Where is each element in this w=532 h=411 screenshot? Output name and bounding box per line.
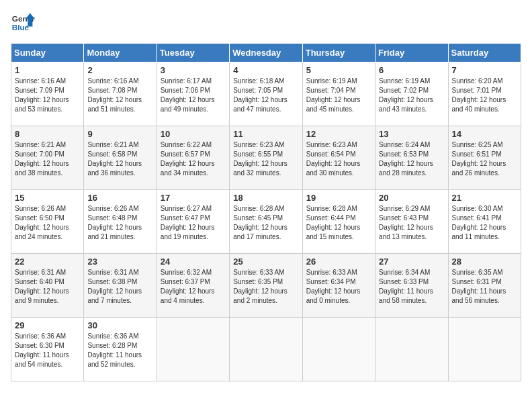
day-number: 14 [452, 129, 517, 139]
day-number: 12 [306, 129, 371, 139]
day-number: 23 [87, 257, 152, 267]
calendar-header-row: SundayMondayTuesdayWednesdayThursdayFrid… [11, 44, 521, 62]
cell-content: Sunrise: 6:26 AMSunset: 6:50 PMDaylight:… [15, 204, 80, 242]
calendar-cell: 16Sunrise: 6:26 AMSunset: 6:48 PMDayligh… [84, 190, 157, 254]
day-number: 16 [87, 193, 152, 203]
weekday-header-sunday: Sunday [11, 44, 84, 62]
day-number: 2 [87, 65, 152, 75]
calendar-table: SundayMondayTuesdayWednesdayThursdayFrid… [11, 43, 521, 381]
calendar-cell: 9Sunrise: 6:21 AMSunset: 6:58 PMDaylight… [84, 126, 157, 190]
cell-content: Sunrise: 6:32 AMSunset: 6:37 PMDaylight:… [161, 268, 226, 306]
calendar-cell: 20Sunrise: 6:29 AMSunset: 6:43 PMDayligh… [375, 190, 448, 254]
cell-content: Sunrise: 6:33 AMSunset: 6:35 PMDaylight:… [233, 268, 298, 306]
day-number: 25 [233, 257, 298, 267]
cell-content: Sunrise: 6:28 AMSunset: 6:45 PMDaylight:… [233, 204, 298, 242]
calendar-cell: 22Sunrise: 6:31 AMSunset: 6:40 PMDayligh… [11, 254, 84, 318]
cell-content: Sunrise: 6:25 AMSunset: 6:51 PMDaylight:… [452, 140, 517, 178]
logo-icon: General Blue [11, 11, 35, 35]
day-number: 9 [87, 129, 152, 139]
cell-content: Sunrise: 6:24 AMSunset: 6:53 PMDaylight:… [379, 140, 444, 178]
calendar-body: 1Sunrise: 6:16 AMSunset: 7:09 PMDaylight… [11, 62, 521, 381]
day-number: 3 [161, 65, 226, 75]
day-number: 5 [306, 65, 371, 75]
calendar-cell: 29Sunrise: 6:36 AMSunset: 6:30 PMDayligh… [11, 318, 84, 381]
calendar-cell: 28Sunrise: 6:35 AMSunset: 6:31 PMDayligh… [448, 254, 521, 318]
calendar-cell: 27Sunrise: 6:34 AMSunset: 6:33 PMDayligh… [375, 254, 448, 318]
cell-content: Sunrise: 6:20 AMSunset: 7:01 PMDaylight:… [452, 77, 517, 114]
week-row-4: 22Sunrise: 6:31 AMSunset: 6:40 PMDayligh… [11, 254, 521, 318]
day-number: 20 [379, 193, 444, 203]
logo: General Blue [11, 11, 35, 35]
cell-content: Sunrise: 6:23 AMSunset: 6:55 PMDaylight:… [233, 140, 298, 178]
calendar-cell: 19Sunrise: 6:28 AMSunset: 6:44 PMDayligh… [302, 190, 375, 254]
cell-content: Sunrise: 6:19 AMSunset: 7:04 PMDaylight:… [306, 77, 371, 114]
calendar-cell: 12Sunrise: 6:23 AMSunset: 6:54 PMDayligh… [302, 126, 375, 190]
day-number: 21 [452, 193, 517, 203]
cell-content: Sunrise: 6:30 AMSunset: 6:41 PMDaylight:… [452, 204, 517, 242]
weekday-header-wednesday: Wednesday [230, 44, 302, 62]
cell-content: Sunrise: 6:26 AMSunset: 6:48 PMDaylight:… [87, 204, 152, 242]
calendar-cell: 2Sunrise: 6:16 AMSunset: 7:08 PMDaylight… [84, 62, 157, 126]
day-number: 11 [233, 129, 298, 139]
cell-content: Sunrise: 6:16 AMSunset: 7:08 PMDaylight:… [87, 77, 152, 114]
calendar-cell: 14Sunrise: 6:25 AMSunset: 6:51 PMDayligh… [448, 126, 521, 190]
cell-content: Sunrise: 6:22 AMSunset: 6:57 PMDaylight:… [161, 140, 226, 178]
calendar-cell: 17Sunrise: 6:27 AMSunset: 6:47 PMDayligh… [157, 190, 229, 254]
day-number: 24 [161, 257, 226, 267]
calendar-cell: 25Sunrise: 6:33 AMSunset: 6:35 PMDayligh… [230, 254, 302, 318]
calendar-cell: 8Sunrise: 6:21 AMSunset: 7:00 PMDaylight… [11, 126, 84, 190]
cell-content: Sunrise: 6:31 AMSunset: 6:38 PMDaylight:… [87, 268, 152, 306]
week-row-1: 1Sunrise: 6:16 AMSunset: 7:09 PMDaylight… [11, 62, 521, 126]
calendar-cell [157, 318, 229, 381]
week-row-3: 15Sunrise: 6:26 AMSunset: 6:50 PMDayligh… [11, 190, 521, 254]
day-number: 6 [379, 65, 444, 75]
cell-content: Sunrise: 6:16 AMSunset: 7:09 PMDaylight:… [15, 77, 80, 114]
calendar-cell: 24Sunrise: 6:32 AMSunset: 6:37 PMDayligh… [157, 254, 229, 318]
calendar-cell: 13Sunrise: 6:24 AMSunset: 6:53 PMDayligh… [375, 126, 448, 190]
week-row-2: 8Sunrise: 6:21 AMSunset: 7:00 PMDaylight… [11, 126, 521, 190]
day-number: 30 [87, 320, 152, 330]
cell-content: Sunrise: 6:23 AMSunset: 6:54 PMDaylight:… [306, 140, 371, 178]
calendar-cell: 15Sunrise: 6:26 AMSunset: 6:50 PMDayligh… [11, 190, 84, 254]
weekday-header-saturday: Saturday [448, 44, 521, 62]
day-number: 28 [452, 257, 517, 267]
weekday-header-thursday: Thursday [302, 44, 375, 62]
cell-content: Sunrise: 6:36 AMSunset: 6:28 PMDaylight:… [87, 332, 152, 369]
day-number: 27 [379, 257, 444, 267]
calendar-cell: 26Sunrise: 6:33 AMSunset: 6:34 PMDayligh… [302, 254, 375, 318]
cell-content: Sunrise: 6:17 AMSunset: 7:06 PMDaylight:… [161, 77, 226, 114]
calendar-cell [375, 318, 448, 381]
calendar-cell [230, 318, 302, 381]
cell-content: Sunrise: 6:28 AMSunset: 6:44 PMDaylight:… [306, 204, 371, 242]
day-number: 19 [306, 193, 371, 203]
weekday-header-tuesday: Tuesday [157, 44, 229, 62]
cell-content: Sunrise: 6:34 AMSunset: 6:33 PMDaylight:… [379, 268, 444, 306]
calendar-cell [448, 318, 521, 381]
calendar-cell: 18Sunrise: 6:28 AMSunset: 6:45 PMDayligh… [230, 190, 302, 254]
day-number: 26 [306, 257, 371, 267]
calendar-cell: 4Sunrise: 6:18 AMSunset: 7:05 PMDaylight… [230, 62, 302, 126]
cell-content: Sunrise: 6:29 AMSunset: 6:43 PMDaylight:… [379, 204, 444, 242]
calendar-cell: 7Sunrise: 6:20 AMSunset: 7:01 PMDaylight… [448, 62, 521, 126]
cell-content: Sunrise: 6:35 AMSunset: 6:31 PMDaylight:… [452, 268, 517, 306]
cell-content: Sunrise: 6:18 AMSunset: 7:05 PMDaylight:… [233, 77, 298, 114]
cell-content: Sunrise: 6:21 AMSunset: 7:00 PMDaylight:… [15, 140, 80, 178]
weekday-header-friday: Friday [375, 44, 448, 62]
calendar-cell: 11Sunrise: 6:23 AMSunset: 6:55 PMDayligh… [230, 126, 302, 190]
day-number: 17 [161, 193, 226, 203]
calendar-cell: 23Sunrise: 6:31 AMSunset: 6:38 PMDayligh… [84, 254, 157, 318]
cell-content: Sunrise: 6:33 AMSunset: 6:34 PMDaylight:… [306, 268, 371, 306]
week-row-5: 29Sunrise: 6:36 AMSunset: 6:30 PMDayligh… [11, 318, 521, 381]
day-number: 1 [15, 65, 80, 75]
day-number: 10 [161, 129, 226, 139]
calendar-cell: 10Sunrise: 6:22 AMSunset: 6:57 PMDayligh… [157, 126, 229, 190]
day-number: 29 [15, 320, 80, 330]
svg-text:Blue: Blue [12, 23, 30, 32]
cell-content: Sunrise: 6:27 AMSunset: 6:47 PMDaylight:… [161, 204, 226, 242]
calendar-cell: 30Sunrise: 6:36 AMSunset: 6:28 PMDayligh… [84, 318, 157, 381]
day-number: 22 [15, 257, 80, 267]
calendar-cell: 5Sunrise: 6:19 AMSunset: 7:04 PMDaylight… [302, 62, 375, 126]
weekday-header-monday: Monday [84, 44, 157, 62]
calendar-cell [302, 318, 375, 381]
day-number: 4 [233, 65, 298, 75]
